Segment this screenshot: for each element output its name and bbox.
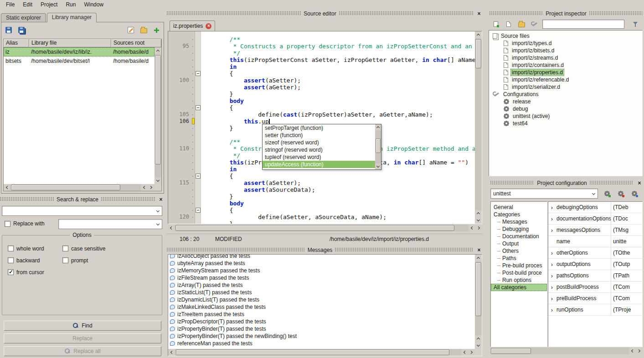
dock-grip[interactable] <box>167 11 301 15</box>
configuration-horizontal-scrollbar[interactable] <box>490 348 643 354</box>
add-config-button[interactable] <box>602 188 613 199</box>
dock-grip[interactable] <box>167 248 305 252</box>
property-row[interactable]: ›pathsOptions(TPath <box>548 270 642 281</box>
dock-grip[interactable] <box>101 197 155 201</box>
category-output[interactable]: Output <box>491 240 547 247</box>
category-run-options[interactable]: Run options <box>491 276 547 284</box>
dropdown-button[interactable] <box>589 192 598 195</box>
fold-marker-icon[interactable] <box>196 71 201 76</box>
dock-grip[interactable] <box>339 11 473 15</box>
scroll-up-button[interactable] <box>475 31 482 38</box>
message-item[interactable]: izTreeItem passed the tests <box>168 311 475 318</box>
menu-file[interactable]: File <box>2 1 19 8</box>
inspector-filter-input[interactable] <box>542 20 624 29</box>
scroll-left-button[interactable] <box>461 349 468 356</box>
scroll-down-button[interactable] <box>375 164 381 169</box>
scroll-track[interactable] <box>490 348 629 354</box>
scroll-down-button[interactable] <box>155 177 161 184</box>
option-prompt[interactable]: prompt <box>62 256 158 264</box>
expand-icon[interactable]: › <box>548 204 556 211</box>
message-item[interactable]: izPropDescriptor(T) passed the tests <box>168 318 475 325</box>
messages-vertical-scrollbar[interactable] <box>475 255 482 349</box>
tab-static-explorer[interactable]: Static explorer <box>1 13 46 22</box>
fold-marker-icon[interactable] <box>196 105 201 110</box>
scroll-up-button[interactable] <box>475 210 482 217</box>
expand-icon[interactable]: › <box>548 227 556 234</box>
message-item[interactable]: izArray(T) passed the tests <box>168 281 475 289</box>
expand-icon[interactable]: › <box>548 250 556 256</box>
add-folder-button[interactable] <box>516 19 527 30</box>
scroll-track[interactable] <box>10 184 141 191</box>
scroll-thumb[interactable] <box>475 39 481 68</box>
completion-scrollbar[interactable] <box>375 124 381 169</box>
category-debugging[interactable]: Debugging <box>491 225 547 233</box>
expand-icon[interactable]: › <box>548 215 556 222</box>
replace-button[interactable]: Replace <box>4 333 161 343</box>
editor-horizontal-scrollbar[interactable] <box>168 225 482 231</box>
completion-item[interactable]: updateAccess (function) <box>263 161 375 168</box>
activate-config-button[interactable] <box>629 188 640 199</box>
scroll-right-button[interactable] <box>468 349 475 356</box>
tree-item-import-iz-streams-d[interactable]: import/iz/streams.d <box>489 54 642 61</box>
fold-marker-icon[interactable] <box>196 208 201 213</box>
replace-all-button[interactable]: Replace all <box>4 346 161 356</box>
scroll-track[interactable] <box>175 225 469 231</box>
property-row[interactable]: nameunitte <box>548 236 642 247</box>
remove-config-button[interactable] <box>615 188 626 199</box>
scroll-left-button[interactable] <box>141 184 148 191</box>
close-icon[interactable]: × <box>158 196 164 203</box>
tree-item-import-iz-types-d[interactable]: import/iz/types.d <box>489 40 642 47</box>
dock-grip[interactable] <box>590 181 634 185</box>
close-icon[interactable]: × <box>636 180 643 186</box>
replace-with-checkbox[interactable] <box>5 221 10 227</box>
menu-window[interactable]: Window <box>80 1 108 8</box>
property-row[interactable]: ›postBuildProcess(TCom <box>548 281 642 293</box>
menu-edit[interactable]: Edit <box>19 1 36 8</box>
scroll-thumb[interactable] <box>376 138 381 153</box>
dock-grip[interactable] <box>490 181 534 185</box>
category-all-categories[interactable]: All categories <box>491 284 547 291</box>
tab-library-manager[interactable]: Library manager <box>47 13 97 22</box>
scroll-thumb[interactable] <box>491 348 531 354</box>
tree-item-unittest-active[interactable]: unittest (active) <box>489 113 642 120</box>
message-item[interactable]: izMakeLinkedClass passed the tests <box>168 303 475 311</box>
scroll-track[interactable] <box>475 261 482 335</box>
scroll-left-button[interactable] <box>168 225 175 231</box>
scroll-right-button[interactable] <box>636 348 643 354</box>
scroll-right-button[interactable] <box>148 184 155 191</box>
dropdown-button[interactable] <box>154 223 162 226</box>
expand-icon[interactable]: › <box>548 261 556 268</box>
reload-library-list-button[interactable] <box>16 25 27 36</box>
dock-grip[interactable] <box>589 11 643 15</box>
scroll-left-button[interactable] <box>168 349 175 356</box>
completion-item[interactable]: sizeof (reserved word) <box>263 139 375 146</box>
library-vertical-scrollbar[interactable] <box>155 47 161 184</box>
completion-item[interactable]: tupleof (reserved word) <box>263 153 375 161</box>
property-row[interactable]: ›messagesOptions(TMsg <box>548 225 642 236</box>
add-source-button[interactable] <box>490 19 501 30</box>
editor-tab-iz-properties[interactable]: iz.properties × <box>170 20 215 31</box>
edit-library-button[interactable] <box>125 25 136 36</box>
tree-item-import-iz-bitsets-d[interactable]: import/iz/bitsets.d <box>489 47 642 54</box>
message-item[interactable]: izAllocObject passed the tests <box>168 255 475 260</box>
property-row[interactable]: ›runOptions(TProje <box>548 304 642 316</box>
message-item[interactable]: izDynamicList(T) passed the tests <box>168 296 475 303</box>
scroll-thumb[interactable] <box>475 262 481 316</box>
search-input[interactable] <box>2 206 162 216</box>
category-others[interactable]: Others <box>491 247 547 255</box>
option-whole-word[interactable]: whole word <box>8 245 62 252</box>
table-row[interactable]: iz/home/basile/dev/iz/lib/iz./home/basil… <box>4 47 155 56</box>
message-item[interactable]: ubyteArray passed the tests <box>168 260 475 267</box>
tree-item-configurations[interactable]: Configurations <box>489 91 642 98</box>
category-categories[interactable]: Categories <box>491 211 547 218</box>
column-header-sources-root[interactable]: Sources root <box>111 39 161 47</box>
scroll-up-button[interactable] <box>475 335 482 342</box>
scroll-right-button[interactable] <box>475 225 482 231</box>
menu-project[interactable]: Project <box>36 1 62 8</box>
configuration-selector[interactable]: unittest <box>490 189 598 199</box>
add-library-folder-button[interactable] <box>138 25 149 36</box>
add-library-button[interactable] <box>151 25 162 36</box>
scroll-thumb[interactable] <box>175 225 454 231</box>
message-item[interactable]: izPropertyBinder(T) passed the newBindin… <box>168 332 475 340</box>
tree-item-source-files[interactable]: Source files <box>489 32 642 40</box>
